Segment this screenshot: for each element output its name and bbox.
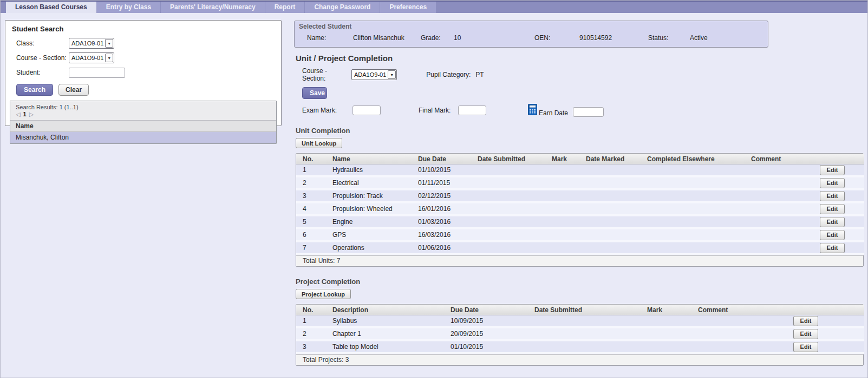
course-section-label: Course - Section:	[16, 54, 69, 62]
unit-edit-button[interactable]: Edit	[820, 230, 845, 240]
column-header-completed-elsewhere: Completed Elsewhere	[641, 154, 745, 164]
prev-page-icon[interactable]: ◁	[16, 111, 20, 117]
nav-tab-report[interactable]: Report	[265, 2, 305, 13]
cell-empty	[641, 216, 745, 229]
table-row: 5Engine01/03/2016Edit	[296, 216, 864, 229]
selected-student-field-label: Status:	[648, 34, 690, 42]
pupil-category-value: PT	[475, 71, 484, 78]
project-lookup-button[interactable]: Project Lookup	[296, 289, 351, 299]
student-label: Student:	[16, 69, 69, 76]
table-row: 6GPS16/03/2016Edit	[296, 229, 864, 242]
project-edit-button[interactable]: Edit	[793, 316, 818, 326]
cell-due-date: 01/03/2016	[412, 216, 471, 229]
cell-edit: Edit	[813, 229, 864, 242]
cell-edit: Edit	[787, 328, 864, 341]
cell-no: 5	[296, 216, 326, 229]
unit-edit-button[interactable]: Edit	[820, 243, 845, 253]
cell-empty	[641, 315, 691, 328]
unit-edit-button[interactable]: Edit	[820, 217, 845, 227]
next-page-icon[interactable]: ▷	[29, 111, 34, 117]
unit-lookup-button[interactable]: Unit Lookup	[296, 138, 342, 148]
cell-name: Engine	[326, 216, 412, 229]
cell-empty	[579, 190, 641, 203]
cell-empty	[471, 190, 545, 203]
unit-edit-button[interactable]: Edit	[820, 165, 845, 175]
result-row[interactable]: Misanchuk, Clifton	[10, 132, 276, 143]
earn-date-label: Earn Date	[539, 109, 568, 117]
calculator-icon[interactable]	[528, 104, 537, 117]
exam-mark-input[interactable]	[353, 105, 381, 115]
cell-no: 7	[296, 242, 326, 255]
course-section-row: Course - Section: ADA1O9-01 ▼	[16, 52, 277, 64]
cell-empty	[471, 203, 545, 216]
unit-edit-button[interactable]: Edit	[820, 191, 845, 201]
cell-empty	[641, 341, 691, 354]
class-select[interactable]: ADA1O9-01 ▼	[69, 38, 114, 49]
cell-empty	[579, 229, 641, 242]
nav-tab-parents-literacy-numeracy[interactable]: Parents' Literacy/Numeracy	[161, 2, 265, 13]
nav-tab-entry-by-class[interactable]: Entry by Class	[97, 2, 161, 13]
cell-empty	[579, 216, 641, 229]
pager: ◁ 1 ▷	[16, 111, 271, 118]
nav-tab-lesson-based-courses[interactable]: Lesson Based Courses	[6, 2, 97, 13]
cell-empty	[745, 190, 813, 203]
cell-empty	[641, 203, 745, 216]
table-row: 1Syllabus10/09/2015Edit	[296, 315, 864, 328]
column-header-due-date: Due Date	[412, 154, 471, 164]
project-table-footer: Total Projects: 3	[296, 354, 863, 365]
save-button[interactable]: Save	[302, 87, 327, 99]
cell-edit: Edit	[787, 341, 864, 354]
cell-empty	[471, 164, 545, 177]
student-input[interactable]	[69, 68, 125, 78]
cell-empty	[745, 203, 813, 216]
cell-empty	[745, 164, 813, 177]
final-mark-input[interactable]	[458, 105, 486, 115]
course-section-select-main[interactable]: ADA1O9-01 ▼	[351, 69, 397, 80]
column-header-comment: Comment	[691, 305, 787, 315]
cell-empty	[545, 190, 579, 203]
class-row: Class: ADA1O9-01 ▼	[16, 37, 277, 49]
search-results-head: Search Results: 1 (1..1) ◁ 1 ▷	[10, 101, 276, 118]
cell-empty	[745, 177, 813, 190]
cell-no: 4	[296, 203, 326, 216]
cell-no: 6	[296, 229, 326, 242]
cell-empty	[545, 177, 579, 190]
nav-tab-preferences[interactable]: Preferences	[380, 2, 436, 13]
project-completion-title: Project Completion	[296, 278, 864, 286]
cell-empty	[471, 177, 545, 190]
course-section-select-main-value: ADA1O9-01	[353, 71, 388, 78]
cell-edit: Edit	[787, 315, 864, 328]
clear-button[interactable]: Clear	[58, 84, 89, 96]
project-table-header: No.DescriptionDue DateDate SubmittedMark…	[296, 305, 864, 315]
cell-empty	[579, 203, 641, 216]
cell-empty	[545, 216, 579, 229]
search-results: Search Results: 1 (1..1) ◁ 1 ▷ Name Misa…	[10, 101, 277, 144]
cell-empty	[545, 229, 579, 242]
cell-empty	[691, 315, 787, 328]
column-header-description: Description	[326, 305, 444, 315]
cell-no: 3	[296, 341, 326, 354]
cell-empty	[528, 315, 641, 328]
cell-empty	[641, 328, 691, 341]
cell-description: Syllabus	[326, 315, 444, 328]
search-results-summary: Search Results: 1 (1..1)	[16, 104, 271, 110]
selected-student-field-label: Grade:	[421, 34, 454, 42]
project-edit-button[interactable]: Edit	[793, 342, 818, 352]
project-edit-button[interactable]: Edit	[793, 329, 818, 339]
table-row: 3Propulsion: Track02/12/2015Edit	[296, 190, 864, 203]
cell-empty	[641, 229, 745, 242]
cell-due-date: 16/01/2016	[412, 203, 471, 216]
cell-edit: Edit	[813, 190, 864, 203]
selected-student-field-label: Name:	[307, 34, 353, 42]
nav-tab-change-password[interactable]: Change Password	[305, 2, 380, 13]
cell-empty	[471, 216, 545, 229]
course-section-select[interactable]: ADA1O9-01 ▼	[69, 52, 114, 63]
earn-date-input[interactable]	[573, 107, 604, 117]
cell-empty	[641, 242, 745, 255]
page-number[interactable]: 1	[23, 111, 27, 117]
unit-edit-button[interactable]: Edit	[820, 204, 845, 214]
cell-name: Propulsion: Wheeled	[326, 203, 412, 216]
unit-edit-button[interactable]: Edit	[820, 178, 845, 188]
cell-empty	[528, 341, 641, 354]
search-button[interactable]: Search	[16, 84, 53, 96]
